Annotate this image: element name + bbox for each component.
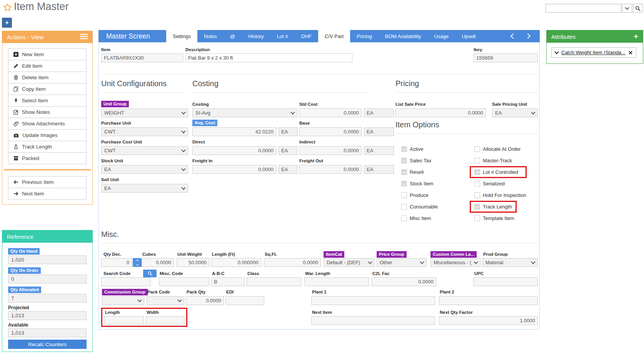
width-field[interactable] — [146, 316, 184, 325]
tab-master-screen[interactable]: Master Screen — [98, 30, 166, 42]
qty-dec-stepper[interactable] — [133, 258, 142, 267]
previous-item-button[interactable]: Previous Item — [8, 176, 87, 188]
plant1-field[interactable] — [311, 296, 435, 305]
track-length-button[interactable]: Track Length — [8, 141, 87, 153]
favorite-star-icon[interactable] — [3, 3, 12, 14]
checkbox-allocate-at-order[interactable] — [474, 146, 480, 152]
stock-unit-select[interactable]: EA — [101, 165, 188, 174]
checkbox-sales-tax[interactable] — [401, 158, 407, 163]
purchase-unit-select[interactable]: CWT — [101, 127, 188, 136]
show-attachments-button[interactable]: Show Attachments — [8, 118, 87, 130]
freight-out-field[interactable]: 0.0000 — [299, 165, 362, 174]
next-qty-factor-field[interactable]: 1.0000 — [439, 316, 538, 325]
add-panel-button[interactable]: + — [2, 18, 12, 28]
attribute-chip-label[interactable]: Catch Weight Item (Standa... — [561, 50, 626, 55]
add-attribute-button[interactable]: + — [634, 33, 638, 40]
indirect-field[interactable]: 0.0000 — [299, 146, 362, 155]
pack-qty-field[interactable]: 0.0000 — [186, 296, 224, 305]
next-item-field[interactable] — [311, 316, 435, 325]
checkbox-misc-item[interactable] — [401, 215, 407, 221]
sell-unit-select[interactable]: EA — [101, 184, 188, 193]
qty-dec-field[interactable]: 0 — [101, 258, 132, 267]
tab-upsell[interactable]: Upsell — [455, 30, 482, 42]
tab-cv-part[interactable]: C/V Part — [318, 30, 350, 42]
unit-group-select[interactable]: WEIGHT — [101, 108, 188, 117]
unit-weight-field[interactable]: 50.0000 — [177, 258, 209, 267]
edi-field[interactable] — [225, 296, 264, 305]
upc-field[interactable] — [474, 277, 538, 286]
tab-lot-number[interactable]: Lot # — [270, 30, 295, 42]
sqft-field[interactable]: 0.0000 — [264, 258, 321, 267]
tab-pricing[interactable]: Pricing — [350, 30, 379, 42]
packed-button[interactable]: Packed — [8, 152, 87, 164]
abc-field[interactable]: B — [211, 277, 245, 286]
prod-group-select[interactable]: Material — [482, 258, 538, 267]
avg-cost-field[interactable]: 42.0220 — [192, 127, 276, 136]
freight-in-field[interactable]: 0.0000 — [192, 165, 276, 174]
show-notes-button[interactable]: Show Notes — [8, 106, 87, 118]
custom-comm-select[interactable]: Miscellaneous - ( — [430, 258, 480, 267]
checkbox-produce[interactable] — [401, 192, 407, 198]
checkbox-track-length[interactable] — [474, 204, 480, 210]
sale-pricing-unit-label: Sale Pricing Unit — [492, 102, 527, 107]
checkbox-hold-for-inspection[interactable] — [474, 192, 480, 198]
tab-bom-availability[interactable]: BOM Availability — [379, 30, 428, 42]
direct-field[interactable]: 0.0000 — [192, 146, 276, 155]
costing-method-select[interactable]: SI-Avg — [192, 108, 297, 117]
checkbox-active[interactable] — [401, 146, 407, 152]
recalc-counters-button[interactable]: Recalc Counters — [8, 340, 87, 349]
delete-item-button[interactable]: Delete Item — [8, 72, 87, 83]
cubes-field[interactable]: 0.0000 — [142, 258, 174, 267]
description-field[interactable]: Flat Bar 9 x 2 x 30 ft — [185, 53, 352, 62]
checkbox-resell[interactable] — [401, 169, 407, 175]
tab-usage[interactable]: Usage — [428, 30, 455, 42]
global-search-button[interactable] — [633, 4, 643, 13]
plant2-field[interactable] — [439, 296, 538, 305]
tab-scroll-right-icon[interactable] — [525, 33, 531, 39]
itemcat-select[interactable]: Default - (DEF) — [324, 258, 375, 267]
price-group-select[interactable]: Other — [377, 258, 427, 267]
checkbox-consumable[interactable] — [401, 204, 407, 210]
war-length-field[interactable] — [304, 277, 369, 286]
misc-code-field[interactable] — [159, 277, 209, 286]
tab-ohf[interactable]: OHF — [295, 30, 318, 42]
sale-pricing-unit-select[interactable]: EA — [492, 108, 538, 117]
checkbox-serialized[interactable] — [474, 181, 480, 187]
tab-scroll-left-icon[interactable] — [511, 33, 516, 39]
reference-body: Qty On Hand 1,020 Qty On Order 0 Qty All… — [2, 243, 92, 349]
checkbox-template-item[interactable] — [474, 215, 480, 221]
update-images-button[interactable]: Update Images — [8, 129, 87, 141]
class-field[interactable] — [247, 277, 301, 286]
tab-history[interactable]: History — [242, 30, 270, 42]
menu-hamburger-icon[interactable] — [80, 34, 88, 40]
item-field[interactable]: FLATBAR9X2X30 — [101, 53, 183, 62]
search-dropdown-button[interactable] — [622, 4, 632, 13]
checkbox-master-track[interactable] — [474, 158, 480, 163]
chevron-down-icon[interactable] — [554, 50, 559, 54]
copy-item-button[interactable]: Copy Item — [8, 83, 87, 95]
tab-at[interactable]: @ — [224, 30, 242, 42]
attribute-chip[interactable]: Catch Weight Item (Standa... — [551, 47, 636, 58]
new-item-button[interactable]: New Item — [8, 48, 87, 60]
next-item-button[interactable]: Next Item — [8, 188, 87, 200]
length-ft-field[interactable]: 0.000000 — [211, 258, 261, 267]
edit-item-button[interactable]: Edit Item — [8, 60, 87, 72]
length-field[interactable] — [104, 316, 144, 325]
checkbox-stock-item[interactable] — [401, 181, 407, 187]
checkbox-lot-controlled[interactable] — [474, 169, 480, 175]
std-cost-field[interactable]: 0.0000 — [299, 108, 362, 117]
ikey-field[interactable]: 155659 — [474, 53, 538, 62]
pack-code-select[interactable] — [147, 296, 184, 305]
select-item-button[interactable]: Select Item — [8, 95, 87, 107]
base-field[interactable]: 0.0000 — [299, 127, 362, 136]
search-code-field[interactable] — [101, 277, 150, 286]
list-sale-price-field[interactable]: 0.0000 — [395, 108, 486, 117]
purchase-cost-unit-select[interactable]: CWT — [101, 146, 188, 155]
commission-group-select[interactable] — [102, 296, 144, 305]
search-code-button[interactable] — [143, 270, 157, 277]
tab-notes[interactable]: Notes — [197, 30, 224, 42]
tab-settings[interactable]: Settings — [166, 30, 197, 42]
global-search-input[interactable] — [546, 4, 621, 13]
close-icon[interactable] — [629, 51, 632, 55]
c2l-fac-field[interactable]: 0.0000 — [372, 277, 436, 286]
